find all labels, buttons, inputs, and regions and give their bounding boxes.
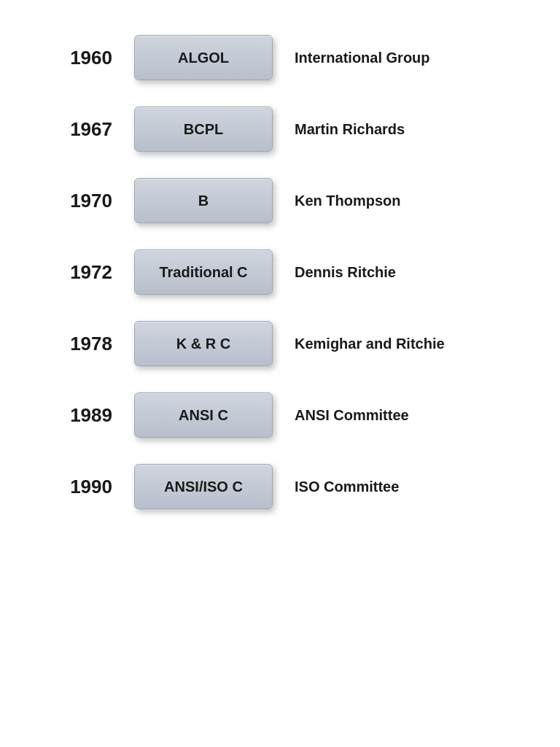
language-name: ANSI/ISO C <box>164 479 243 495</box>
language-name: ANSI C <box>179 407 228 424</box>
language-box: ANSI C <box>134 392 273 438</box>
creator-label: ISO Committee <box>273 479 513 495</box>
language-name: BCPL <box>184 121 223 138</box>
creator-label: ANSI Committee <box>273 407 513 424</box>
timeline-row: 1990ANSI/ISO CISO Committee <box>47 451 513 522</box>
language-box: K & R C <box>134 321 273 366</box>
language-name: K & R C <box>176 336 230 352</box>
timeline-row: 1978K & R CKemighar and Ritchie <box>47 308 513 379</box>
language-box: ANSI/ISO C <box>134 464 273 509</box>
year-label: 1960 <box>47 47 134 69</box>
year-label: 1978 <box>47 333 134 355</box>
year-label: 1967 <box>47 118 134 141</box>
creator-label: Dennis Ritchie <box>273 264 513 281</box>
language-box: BCPL <box>134 107 273 152</box>
language-box: B <box>134 178 273 223</box>
timeline-row: 1972Traditional CDennis Ritchie <box>47 236 513 308</box>
language-box: Traditional C <box>134 249 273 295</box>
creator-label: Ken Thompson <box>273 193 513 209</box>
language-name: ALGOL <box>178 50 229 66</box>
timeline-row: 1967BCPLMartin Richards <box>47 93 513 165</box>
language-box: ALGOL <box>134 35 273 80</box>
language-name: Traditional C <box>159 264 247 281</box>
timeline-row: 1960ALGOLInternational Group <box>47 22 513 93</box>
year-label: 1970 <box>47 190 134 212</box>
year-label: 1990 <box>47 476 134 498</box>
creator-label: International Group <box>273 50 513 66</box>
year-label: 1972 <box>47 261 134 284</box>
creator-label: Kemighar and Ritchie <box>273 336 513 352</box>
language-name: B <box>198 193 209 209</box>
year-label: 1989 <box>47 404 134 427</box>
timeline-row: 1970BKen Thompson <box>47 165 513 236</box>
timeline-row: 1989ANSI CANSI Committee <box>47 379 513 451</box>
creator-label: Martin Richards <box>273 121 513 138</box>
timeline-container: 1960ALGOLInternational Group1967BCPLMart… <box>0 22 560 522</box>
